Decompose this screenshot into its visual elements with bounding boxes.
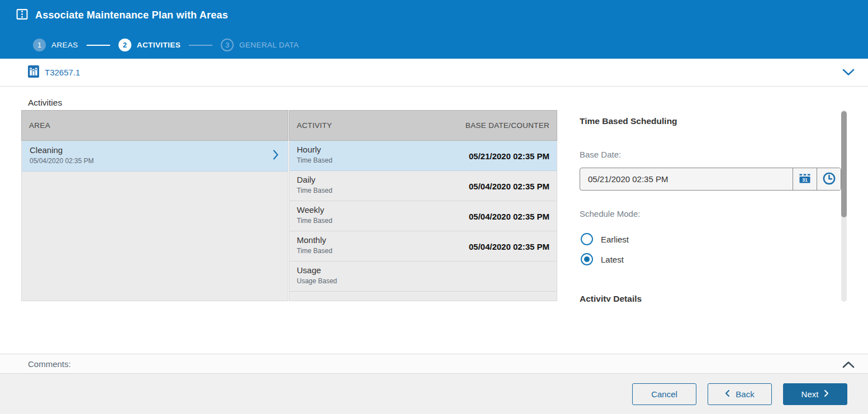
radio-earliest-label: Earliest bbox=[601, 235, 629, 244]
activity-details-title: Activity Details bbox=[580, 294, 642, 302]
table-row-weekly[interactable]: Weekly Time Based 05/04/2020 02:35 PM bbox=[290, 201, 557, 231]
next-button[interactable]: Next bbox=[783, 383, 847, 405]
area-table-body: Cleaning 05/04/2020 02:35 PM bbox=[21, 141, 288, 301]
chevron-left-icon bbox=[725, 389, 730, 399]
radio-latest-label: Latest bbox=[601, 255, 624, 264]
table-row-monthly[interactable]: Monthly Time Based 05/04/2020 02:35 PM bbox=[290, 231, 557, 261]
base-date-input[interactable] bbox=[580, 168, 793, 190]
activities-section-label: Activities bbox=[28, 98, 62, 108]
next-button-label: Next bbox=[801, 389, 819, 399]
chevron-right-icon bbox=[273, 150, 279, 163]
radio-earliest[interactable]: Earliest bbox=[581, 233, 629, 245]
comments-label: Comments: bbox=[28, 359, 71, 369]
activity-base-date: 05/04/2020 02:35 PM bbox=[469, 181, 549, 191]
context-bar: T32657.1 bbox=[0, 59, 868, 87]
clock-icon bbox=[822, 172, 836, 187]
time-based-scheduling-panel: Time Based Scheduling Base Date: 31 bbox=[580, 110, 841, 302]
back-button-label: Back bbox=[736, 389, 754, 399]
step-areas-label: AREAS bbox=[51, 41, 78, 49]
step-general-data-label: GENERAL DATA bbox=[239, 41, 299, 49]
area-header-label: AREA bbox=[29, 121, 50, 130]
radio-latest-circle[interactable] bbox=[581, 253, 593, 265]
panel-title: Time Based Scheduling bbox=[580, 116, 677, 126]
activity-base-date: 05/04/2020 02:35 PM bbox=[469, 241, 549, 251]
activity-table-body: Hourly Time Based 05/21/2020 02:35 PM Da… bbox=[289, 141, 557, 301]
area-name: Cleaning bbox=[30, 145, 280, 155]
step-activities[interactable]: 2 ACTIVITIES bbox=[118, 39, 181, 51]
base-date-counter-header-label: BASE DATE/COUNTER bbox=[466, 121, 549, 130]
area-column-header: AREA bbox=[21, 110, 288, 141]
area-date: 05/04/2020 02:35 PM bbox=[30, 157, 280, 165]
calendar-picker-button[interactable]: 31 bbox=[793, 168, 817, 190]
activity-base-date: 05/04/2020 02:35 PM bbox=[469, 211, 549, 221]
activity-type: Usage Based bbox=[297, 277, 549, 285]
schedule-mode-label: Schedule Mode: bbox=[580, 209, 640, 218]
chevron-up-icon[interactable] bbox=[842, 360, 855, 370]
wizard-header: Associate Maintenance Plan with Areas 1 … bbox=[0, 0, 868, 59]
calendar-icon: 31 bbox=[798, 172, 812, 187]
panel-scrollbar-thumb[interactable] bbox=[841, 111, 847, 217]
activity-column-header: ACTIVITY BASE DATE/COUNTER bbox=[289, 110, 557, 141]
page-title: Associate Maintenance Plan with Areas bbox=[35, 9, 228, 21]
time-picker-button[interactable] bbox=[817, 168, 841, 190]
maintenance-plan-icon bbox=[16, 8, 28, 22]
step-connector bbox=[189, 45, 212, 46]
wizard-steps: 1 AREAS 2 ACTIVITIES 3 GENERAL DATA bbox=[33, 39, 299, 51]
activity-base-date: 05/21/2020 02:35 PM bbox=[469, 151, 549, 160]
table-row-usage[interactable]: Usage Usage Based bbox=[290, 261, 557, 292]
step-areas-number: 1 bbox=[33, 39, 46, 51]
activity-table: ACTIVITY BASE DATE/COUNTER Hourly Time B… bbox=[289, 110, 557, 301]
step-activities-label: ACTIVITIES bbox=[137, 41, 181, 49]
step-activities-number: 2 bbox=[118, 39, 131, 51]
radio-earliest-circle[interactable] bbox=[581, 233, 593, 245]
comments-bar: Comments: bbox=[0, 354, 868, 374]
radio-latest[interactable]: Latest bbox=[581, 253, 624, 265]
activity-name: Usage bbox=[297, 265, 549, 275]
cancel-button-label: Cancel bbox=[651, 389, 677, 399]
plan-id-label: T32657.1 bbox=[45, 68, 80, 77]
table-row-area-cleaning[interactable]: Cleaning 05/04/2020 02:35 PM bbox=[22, 141, 288, 172]
panel-scrollbar-track[interactable] bbox=[841, 110, 847, 302]
table-row-daily[interactable]: Daily Time Based 05/04/2020 02:35 PM bbox=[290, 171, 557, 201]
base-date-input-group: 31 bbox=[580, 168, 841, 191]
footer-action-bar: Cancel Back Next bbox=[0, 374, 868, 414]
chevron-right-icon bbox=[824, 389, 829, 399]
title-row: Associate Maintenance Plan with Areas bbox=[16, 8, 228, 22]
step-connector bbox=[87, 45, 110, 46]
step-areas[interactable]: 1 AREAS bbox=[33, 39, 78, 51]
table-row-hourly[interactable]: Hourly Time Based 05/21/2020 02:35 PM bbox=[290, 141, 557, 171]
chevron-down-icon[interactable] bbox=[842, 68, 855, 78]
svg-text:31: 31 bbox=[802, 177, 808, 183]
back-button[interactable]: Back bbox=[708, 383, 772, 405]
step-general-data-number: 3 bbox=[221, 39, 234, 51]
activity-header-label: ACTIVITY bbox=[297, 121, 332, 130]
functional-location-icon bbox=[28, 65, 39, 80]
cancel-button[interactable]: Cancel bbox=[632, 383, 696, 405]
functional-location-item[interactable]: T32657.1 bbox=[28, 59, 80, 86]
base-date-label: Base Date: bbox=[580, 150, 621, 159]
step-general-data[interactable]: 3 GENERAL DATA bbox=[221, 39, 299, 51]
area-table: AREA Cleaning 05/04/2020 02:35 PM bbox=[21, 110, 288, 301]
